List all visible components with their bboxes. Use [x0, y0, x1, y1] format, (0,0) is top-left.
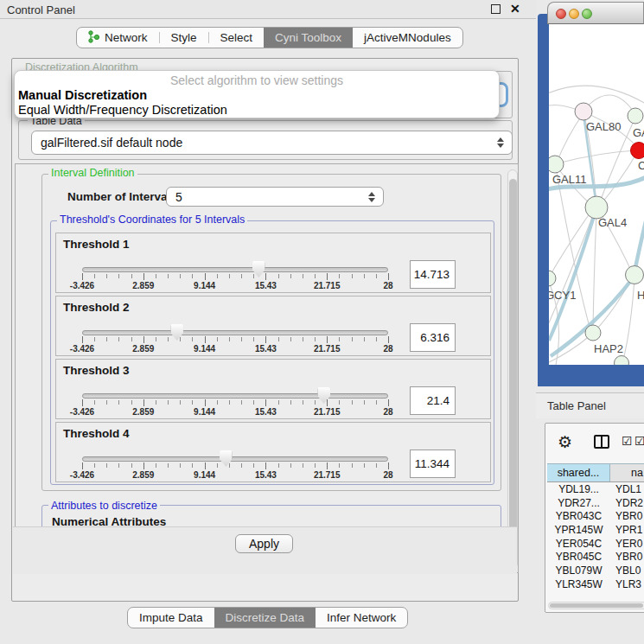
major-tick: [143, 336, 144, 343]
column-header-shared-name[interactable]: shared...: [547, 464, 610, 481]
table-row[interactable]: YPR145WYPR1: [547, 523, 644, 537]
threshold-2-slider[interactable]: -3.4262.8599.14415.4321.71528: [82, 296, 388, 357]
major-tick: [265, 336, 266, 343]
cell[interactable]: YPR1: [610, 524, 644, 536]
cell[interactable]: YER054C: [547, 538, 610, 550]
algorithm-prompt-item[interactable]: Select algorithm to view settings: [15, 73, 499, 87]
scrollbar-thumb[interactable]: [509, 179, 517, 551]
table-data-value: galFiltered.sif default node: [41, 136, 182, 150]
horizontal-scrollbar[interactable]: [548, 602, 644, 609]
table-row[interactable]: YIL052CYIL0: [547, 591, 644, 594]
gear-icon[interactable]: ⚙: [558, 432, 572, 452]
slider-track[interactable]: [82, 330, 388, 335]
tick-label: 9.144: [179, 470, 231, 480]
zoom-traffic-light-icon[interactable]: [582, 9, 592, 19]
cell[interactable]: YBR0: [610, 510, 644, 522]
network-icon: [88, 30, 99, 46]
node-gcy1[interactable]: [549, 271, 556, 286]
close-traffic-light-icon[interactable]: [556, 9, 566, 19]
checkbox-icon[interactable]: ☑: [622, 434, 633, 448]
cell[interactable]: YLR345W: [547, 578, 610, 590]
tick-label: 2.859: [118, 407, 169, 417]
tab-select[interactable]: Select: [209, 28, 265, 48]
node-hap2[interactable]: [585, 325, 601, 341]
cell[interactable]: YER0: [610, 538, 644, 550]
node-ga[interactable]: [628, 108, 643, 124]
threshold-1-slider[interactable]: -3.4262.8599.14415.4321.71528: [82, 233, 388, 294]
threshold-4-slider[interactable]: -3.4262.8599.14415.4321.71528: [82, 423, 388, 483]
table-row[interactable]: YLR345WYLR3: [547, 577, 644, 591]
cell[interactable]: YPR145W: [547, 524, 610, 536]
threshold-1-value-field[interactable]: 14.713: [410, 260, 456, 289]
major-tick: [82, 399, 83, 406]
columns-icon[interactable]: [594, 435, 609, 449]
tick-label: -3.426: [56, 344, 108, 354]
table-row[interactable]: YDR27...YDR2: [547, 496, 644, 510]
tab-infer-network[interactable]: Infer Network: [316, 608, 407, 628]
minimize-traffic-light-icon[interactable]: [569, 9, 579, 19]
slider-track[interactable]: [82, 267, 388, 272]
threshold-2-value-field[interactable]: 6.316: [410, 323, 456, 352]
table-row[interactable]: YBR043CYBR0: [547, 509, 644, 523]
panel-scrollbar[interactable]: [507, 169, 518, 569]
tab-jactivemnodules[interactable]: jActiveMNodules: [353, 28, 462, 48]
cell[interactable]: YBR043C: [547, 510, 610, 522]
table-data-combobox[interactable]: galFiltered.sif default node: [31, 131, 513, 155]
table-row[interactable]: YDL19...YDL1: [547, 482, 644, 496]
cell[interactable]: YIL0: [610, 591, 644, 593]
combo-stepper-icon: [368, 192, 375, 202]
tab-impute-data-label: Impute Data: [139, 611, 203, 624]
cell[interactable]: YDR27...: [547, 497, 610, 509]
threshold-3-slider[interactable]: -3.4262.8599.14415.4321.71528: [82, 360, 388, 420]
node-gal11[interactable]: [549, 156, 564, 173]
slider-minor-ticks: [82, 337, 389, 341]
node-gal80[interactable]: [575, 103, 592, 120]
tab-network[interactable]: Network: [77, 28, 159, 48]
tab-impute-data[interactable]: Impute Data: [128, 608, 214, 628]
cell[interactable]: YLR3: [610, 578, 644, 590]
cell[interactable]: YBL0: [610, 564, 644, 577]
cell[interactable]: YDR2: [610, 497, 644, 509]
table-row[interactable]: YER054CYER0: [547, 537, 644, 551]
threshold-3-value-field[interactable]: 21.4: [410, 386, 456, 415]
node-selected-red[interactable]: [631, 143, 644, 159]
cell[interactable]: YDL19...: [547, 483, 610, 495]
checkbox-icon[interactable]: ☑: [634, 434, 644, 448]
network-window-titlebar[interactable]: [547, 2, 644, 24]
tab-cyni-toolbox[interactable]: Cyni Toolbox: [264, 28, 353, 48]
cell[interactable]: YBR0: [610, 551, 644, 563]
slider-minor-ticks: [82, 400, 389, 405]
threshold-1-row: Threshold 1 -3.4262.8599.14415.4321.7152…: [55, 233, 491, 293]
table-row[interactable]: YBL079WYBL0: [547, 564, 644, 577]
scrollbar-thumb[interactable]: [550, 603, 643, 608]
cyni-mode-tabs: Impute Data Discretize Data Infer Networ…: [127, 607, 408, 628]
tick-label: 9.144: [179, 407, 231, 417]
node-bottom[interactable]: [615, 356, 629, 366]
float-window-icon[interactable]: [491, 4, 501, 14]
slider-track[interactable]: [82, 393, 388, 399]
network-graph[interactable]: GAL80 GA C GAL11 GAL4 GCY1 H HAP2: [549, 24, 644, 365]
tab-select-label: Select: [220, 31, 253, 44]
tab-discretize-data[interactable]: Discretize Data: [214, 608, 316, 628]
tick-label: 21.715: [301, 281, 353, 290]
major-tick: [327, 462, 328, 469]
column-header-name[interactable]: na: [610, 464, 644, 481]
algorithm-option-equal-width[interactable]: Equal Width/Frequency Discretization: [18, 103, 227, 117]
close-icon[interactable]: ✕: [510, 2, 520, 16]
cell[interactable]: YBR045C: [547, 551, 610, 563]
tick-label: 2.859: [118, 344, 169, 354]
slider-track[interactable]: [82, 456, 388, 462]
tab-style[interactable]: Style: [160, 28, 208, 48]
cell[interactable]: YBL079W: [547, 564, 610, 577]
algorithm-option-manual[interactable]: Manual Discretization: [18, 88, 147, 102]
node-h[interactable]: [626, 266, 644, 284]
cell[interactable]: YIL052C: [547, 591, 610, 593]
table-data-group: Table Data galFiltered.sif default node: [18, 120, 513, 160]
number-of-intervals-combobox[interactable]: 5: [166, 187, 384, 207]
table-row[interactable]: YBR045CYBR0: [547, 550, 644, 564]
network-view-canvas[interactable]: GAL80 GA C GAL11 GAL4 GCY1 H HAP2: [549, 24, 644, 365]
cell[interactable]: YDL1: [610, 483, 644, 495]
apply-button[interactable]: Apply: [235, 534, 293, 553]
threshold-4-value-field[interactable]: 11.344: [410, 450, 456, 478]
tick-label: -3.426: [56, 281, 108, 290]
